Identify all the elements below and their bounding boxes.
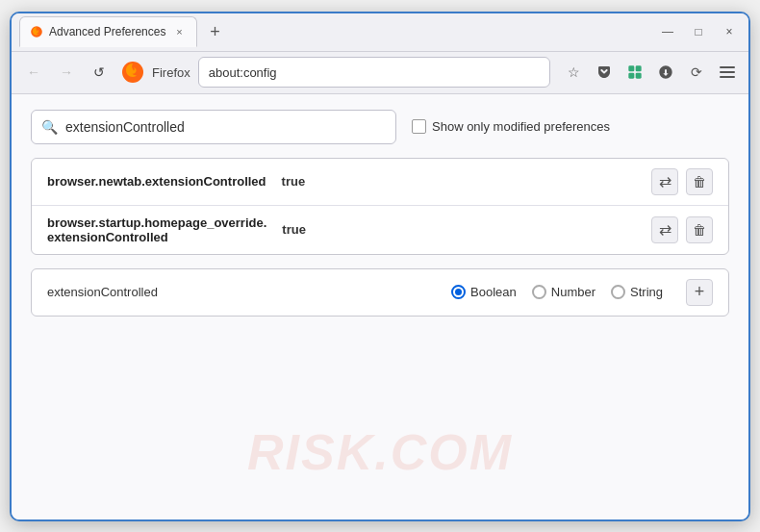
minimize-button[interactable]: — (656, 20, 679, 43)
radio-number-circle (532, 285, 546, 299)
tab-label: Advanced Preferences (49, 25, 165, 38)
pref-value-2: true (282, 222, 306, 237)
results-table: browser.newtab.extensionControlled true … (31, 158, 729, 255)
table-row[interactable]: browser.newtab.extensionControlled true … (32, 159, 728, 206)
address-text: about:config (209, 65, 277, 80)
delete-button-2[interactable]: 🗑 (686, 216, 713, 243)
svg-rect-3 (636, 65, 642, 71)
type-options: Boolean Number String + (451, 279, 713, 306)
radio-string-label: String (630, 285, 663, 299)
trash-icon-1: 🗑 (693, 174, 706, 190)
pocket-icon[interactable] (591, 59, 618, 86)
search-icon: 🔍 (41, 119, 58, 135)
reload-button[interactable]: ↺ (85, 58, 114, 87)
back-button[interactable]: ← (19, 58, 48, 87)
window-controls: — □ × (656, 20, 741, 43)
reset-button-1[interactable]: ⇄ (651, 168, 678, 195)
table-row[interactable]: browser.startup.homepage_override. exten… (32, 206, 728, 254)
tab-close-button[interactable]: × (171, 24, 187, 39)
browser-tab[interactable]: Advanced Preferences × (19, 16, 197, 47)
add-preference-row: extensionControlled Boolean Number Strin… (31, 268, 729, 317)
firefox-logo (121, 61, 144, 84)
radio-boolean[interactable]: Boolean (451, 285, 517, 299)
show-modified-checkbox-row[interactable]: Show only modified preferences (412, 119, 610, 134)
content-area: RISK.COM 🔍 extensionControlled Show only… (12, 94, 748, 519)
watermark: RISK.COM (247, 423, 513, 481)
add-plus-button[interactable]: + (686, 279, 713, 306)
pref-name-2-container: browser.startup.homepage_override. exten… (47, 215, 266, 244)
hamburger-icon (716, 63, 739, 82)
svg-rect-5 (636, 73, 642, 79)
svg-rect-2 (628, 65, 634, 71)
radio-number[interactable]: Number (532, 285, 595, 299)
browser-name-label: Firefox (152, 65, 190, 80)
tab-favicon (30, 25, 43, 38)
pref-name-2-line1: browser.startup.homepage_override. (47, 215, 266, 230)
radio-boolean-label: Boolean (470, 285, 517, 299)
pref-value-1: true (282, 174, 306, 189)
radio-boolean-circle (451, 285, 466, 299)
show-modified-checkbox[interactable] (412, 119, 426, 134)
pref-name-2-line2: extensionControlled (47, 230, 266, 244)
nav-icons: ☆ ⟳ (560, 59, 741, 86)
title-bar: Advanced Preferences × + — □ × (12, 13, 748, 52)
search-row: 🔍 extensionControlled Show only modified… (31, 110, 729, 144)
bookmark-icon[interactable]: ☆ (560, 59, 587, 86)
svg-rect-4 (628, 73, 634, 79)
show-modified-label: Show only modified preferences (432, 119, 610, 134)
nav-bar: ← → ↺ Firefox about:config ☆ ⟳ (12, 52, 748, 94)
pref-name-1: browser.newtab.extensionControlled (47, 174, 266, 189)
row-1-actions: ⇄ 🗑 (651, 168, 713, 195)
reset-icon-2: ⇄ (659, 220, 671, 239)
restore-button[interactable]: □ (687, 20, 710, 43)
delete-button-1[interactable]: 🗑 (686, 168, 713, 195)
reset-button-2[interactable]: ⇄ (651, 216, 678, 243)
close-button[interactable]: × (718, 20, 741, 43)
new-tab-button[interactable]: + (201, 18, 228, 45)
radio-string-circle (611, 285, 625, 299)
browser-window: Advanced Preferences × + — □ × ← → ↺ Fir… (10, 12, 750, 521)
radio-number-label: Number (551, 285, 595, 299)
search-box[interactable]: 🔍 extensionControlled (31, 110, 396, 144)
address-bar[interactable]: about:config (198, 57, 550, 88)
sync-icon[interactable]: ⟳ (683, 59, 710, 86)
reset-icon-1: ⇄ (659, 172, 671, 190)
radio-string[interactable]: String (611, 285, 663, 299)
new-pref-name: extensionControlled (47, 285, 158, 299)
extension-icon[interactable] (621, 59, 648, 86)
menu-button[interactable] (714, 59, 741, 86)
forward-button[interactable]: → (52, 58, 81, 87)
downloads-icon[interactable] (652, 59, 679, 86)
row-2-actions: ⇄ 🗑 (651, 216, 713, 243)
search-input[interactable]: extensionControlled (65, 119, 185, 135)
trash-icon-2: 🗑 (693, 222, 706, 238)
